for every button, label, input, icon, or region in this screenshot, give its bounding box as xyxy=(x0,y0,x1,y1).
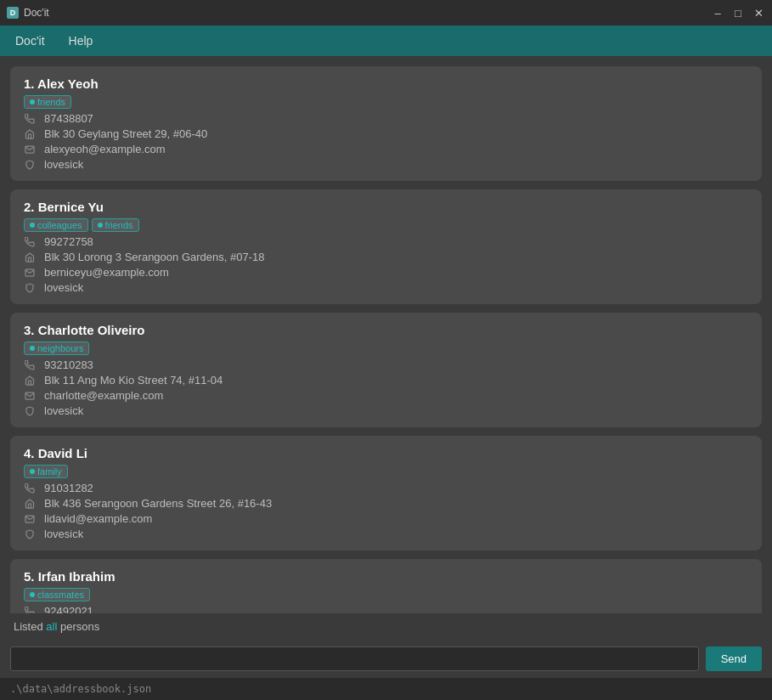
tags-row: friends xyxy=(24,95,748,109)
status-highlight: all xyxy=(46,620,57,633)
contact-remark: lovesick xyxy=(24,281,748,294)
email-icon xyxy=(24,390,36,402)
title-bar-controls: – □ ✕ xyxy=(711,6,765,20)
contact-phone: 91031282 xyxy=(24,482,748,494)
contact-email: lidavid@example.com xyxy=(24,512,748,525)
maximize-button[interactable]: □ xyxy=(731,6,745,20)
contact-remark: lovesick xyxy=(24,404,748,417)
contact-name: 1. Alex Yeoh xyxy=(24,76,748,91)
tag-dot-icon xyxy=(30,99,35,104)
status-suffix: persons xyxy=(57,620,99,633)
contact-address: Blk 11 Ang Mo Kio Street 74, #11-04 xyxy=(24,374,748,387)
phone-value: 93210283 xyxy=(44,358,93,371)
contact-card: 3. Charlotte Oliveironeighbours 93210283… xyxy=(10,313,762,427)
phone-icon xyxy=(24,483,36,494)
phone-icon xyxy=(24,606,36,614)
contact-remark: lovesick xyxy=(24,528,748,540)
contact-name: 4. David Li xyxy=(24,446,748,460)
tag-dot-icon xyxy=(98,223,103,228)
tags-row: colleaguesfriends xyxy=(24,218,748,232)
contact-phone: 99272758 xyxy=(24,235,748,248)
tag: neighbours xyxy=(24,342,89,355)
title-bar: D Doc'it – □ ✕ xyxy=(0,0,772,25)
tags-row: neighbours xyxy=(24,342,748,355)
tag-dot-icon xyxy=(30,346,35,351)
phone-value: 99272758 xyxy=(44,235,93,248)
app-title: Doc'it xyxy=(24,7,49,19)
shield-icon xyxy=(24,159,36,171)
contact-address: Blk 30 Geylang Street 29, #06-40 xyxy=(24,127,748,140)
contact-card: 5. Irfan Ibrahimclassmates 92492021 xyxy=(10,559,762,613)
tag-dot-icon xyxy=(30,592,35,597)
email-icon xyxy=(24,144,36,155)
remark-value: lovesick xyxy=(44,528,83,540)
command-input[interactable] xyxy=(10,646,699,671)
phone-icon xyxy=(24,113,36,125)
footer-path: .\data\addressbook.json xyxy=(0,678,772,700)
remark-value: lovesick xyxy=(44,158,83,171)
home-icon xyxy=(24,498,36,510)
home-icon xyxy=(24,128,36,140)
address-value: Blk 30 Lorong 3 Serangoon Gardens, #07-1… xyxy=(44,251,264,263)
email-value: lidavid@example.com xyxy=(44,512,152,525)
shield-icon xyxy=(24,405,36,417)
contact-phone: 93210283 xyxy=(24,358,748,371)
contact-card: 1. Alex Yeohfriends 87438807 Blk 30 Geyl… xyxy=(10,66,762,181)
phone-value: 91031282 xyxy=(44,482,93,494)
menu-bar: Doc'it Help xyxy=(0,25,772,56)
phone-icon xyxy=(24,359,36,371)
tag-dot-icon xyxy=(30,469,35,474)
home-icon xyxy=(24,375,36,387)
contact-phone: 87438807 xyxy=(24,112,748,125)
email-value: berniceyu@example.com xyxy=(44,266,169,279)
contact-email: charlotte@example.com xyxy=(24,389,748,402)
tags-row: classmates xyxy=(24,588,748,601)
contact-card: 4. David Lifamily 91031282 Blk 436 Seran… xyxy=(10,436,762,550)
email-value: alexyeoh@example.com xyxy=(44,143,166,155)
contact-name: 3. Charlotte Oliveiro xyxy=(24,323,748,337)
address-value: Blk 436 Serangoon Gardens Street 26, #16… xyxy=(44,497,272,510)
address-value: Blk 11 Ang Mo Kio Street 74, #11-04 xyxy=(44,374,223,387)
tag: friends xyxy=(92,218,139,232)
menu-docit[interactable]: Doc'it xyxy=(10,31,50,51)
close-button[interactable]: ✕ xyxy=(752,6,765,20)
shield-icon xyxy=(24,282,36,294)
tag: classmates xyxy=(24,588,90,601)
phone-value: 87438807 xyxy=(44,112,93,125)
status-bar: Listed all persons xyxy=(0,613,772,640)
remark-value: lovesick xyxy=(44,281,83,294)
title-bar-left: D Doc'it xyxy=(7,7,49,19)
tag-dot-icon xyxy=(30,223,35,228)
tag: colleagues xyxy=(24,218,88,232)
tag: family xyxy=(24,465,68,478)
main-content: 1. Alex Yeohfriends 87438807 Blk 30 Geyl… xyxy=(0,56,772,700)
contact-name: 5. Irfan Ibrahim xyxy=(24,569,748,584)
contact-address: Blk 30 Lorong 3 Serangoon Gardens, #07-1… xyxy=(24,251,748,263)
input-area: Send xyxy=(0,640,772,678)
contact-email: alexyeoh@example.com xyxy=(24,143,748,155)
menu-help[interactable]: Help xyxy=(64,31,99,51)
status-prefix: Listed xyxy=(14,620,46,633)
phone-value: 92492021 xyxy=(44,605,93,613)
remark-value: lovesick xyxy=(44,404,83,417)
contact-name: 2. Bernice Yu xyxy=(24,200,748,214)
phone-icon xyxy=(24,236,36,248)
email-icon xyxy=(24,267,36,279)
email-value: charlotte@example.com xyxy=(44,389,163,402)
contact-phone: 92492021 xyxy=(24,605,748,613)
shield-icon xyxy=(24,528,36,540)
contact-remark: lovesick xyxy=(24,158,748,171)
home-icon xyxy=(24,251,36,263)
app-icon: D xyxy=(7,7,19,19)
tags-row: family xyxy=(24,465,748,478)
contact-address: Blk 436 Serangoon Gardens Street 26, #16… xyxy=(24,497,748,510)
minimize-button[interactable]: – xyxy=(711,6,724,20)
contact-list[interactable]: 1. Alex Yeohfriends 87438807 Blk 30 Geyl… xyxy=(0,56,772,613)
tag: friends xyxy=(24,95,71,109)
contact-email: berniceyu@example.com xyxy=(24,266,748,279)
send-button[interactable]: Send xyxy=(706,646,762,671)
contact-card: 2. Bernice Yucolleaguesfriends 99272758 … xyxy=(10,189,762,304)
address-value: Blk 30 Geylang Street 29, #06-40 xyxy=(44,127,207,140)
email-icon xyxy=(24,513,36,525)
